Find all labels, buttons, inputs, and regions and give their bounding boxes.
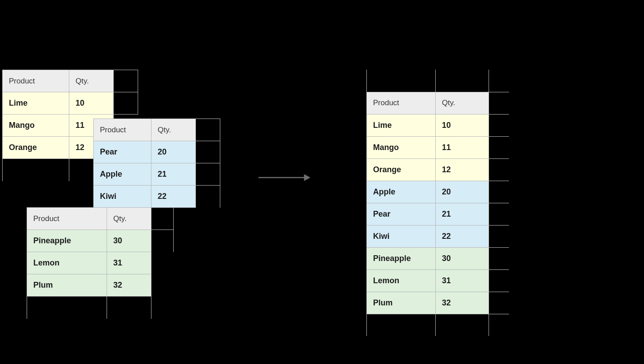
table-row: Pear 20 [94,141,220,163]
table-row: Kiwi 22 [367,225,509,247]
cell-product: Lime [3,92,69,115]
table-row: Apple 21 [94,163,220,186]
extra-grid-cell [489,92,509,114]
cell-product: Lemon [367,269,436,292]
col-header-qty: Qty. [151,119,196,141]
table-row: Orange 12 [367,158,509,181]
extra-grid-cell [196,119,220,141]
cell-product: Pear [94,141,151,163]
cell-product: Kiwi [367,225,436,247]
cell-qty: 31 [436,269,489,292]
table-row: Plum 32 [27,274,151,297]
extra-grid-row [367,314,509,336]
cell-product: Orange [3,137,69,159]
cell-product: Plum [367,292,436,314]
cell-qty: 12 [436,158,489,181]
cell-qty: 31 [107,252,151,274]
table-row: Lime 10 [367,114,509,136]
cell-product: Orange [367,158,436,181]
cell-product: Pineapple [367,247,436,269]
table-row: Lemon 31 [367,269,509,292]
cell-qty: 32 [107,274,151,297]
extra-grid-cell [114,92,138,115]
table-row: Pineapple 30 [367,247,509,269]
cell-qty: 21 [151,163,196,186]
extra-grid-row [367,70,509,92]
cell-qty: 10 [436,114,489,136]
cell-product: Lemon [27,252,107,274]
cell-product: Lime [367,114,436,136]
cell-product: Mango [367,136,436,158]
table-row: Mango 11 [367,136,509,158]
cell-qty: 30 [436,247,489,269]
col-header-qty: Qty. [69,70,114,92]
cell-product: Kiwi [94,186,151,208]
cell-product: Apple [367,181,436,203]
table-row: Lemon 31 [27,252,151,274]
table-header-row: Product Qty. [94,119,220,141]
cell-product: Apple [94,163,151,186]
col-header-product: Product [94,119,151,141]
source-table-2: Product Qty. Pear 20 Apple 21 Kiwi 22 [93,119,220,208]
cell-product: Pear [367,203,436,225]
cell-qty: 22 [436,225,489,247]
cell-qty: 22 [151,186,196,208]
cell-qty: 21 [436,203,489,225]
svg-marker-1 [304,174,310,181]
arrow-right-icon [258,171,311,184]
col-header-qty: Qty. [436,92,489,114]
table-row: Apple 20 [367,181,509,203]
extra-grid-cell [196,141,220,163]
source-table-3: Product Qty. Pineapple 30 Lemon 31 Plum … [27,207,151,319]
extra-grid-cell [114,70,138,92]
table-row: Kiwi 22 [94,186,220,208]
table-header-row: Product Qty. [3,70,138,92]
extra-grid-cell [196,163,220,186]
cell-product: Plum [27,274,107,297]
cell-product: Pineapple [27,230,107,252]
col-header-product: Product [3,70,69,92]
cell-qty: 20 [436,181,489,203]
cell-product: Mango [3,115,69,137]
extra-grid-row [27,297,151,319]
table-header-row: Product Qty. [27,208,151,230]
col-header-qty: Qty. [107,208,151,230]
merged-table: Product Qty. Lime 10 Mango 11 Orange 12 … [366,70,509,336]
cell-qty: 30 [107,230,151,252]
cell-qty: 10 [69,92,114,115]
table-header-row: Product Qty. [367,92,509,114]
table-row: Lime 10 [3,92,138,115]
table-row: Plum 32 [367,292,509,314]
extra-grid [151,207,174,252]
extra-grid-cell [196,186,220,208]
cell-qty: 32 [436,292,489,314]
col-header-product: Product [367,92,436,114]
table-row: Pear 21 [367,203,509,225]
cell-qty: 20 [151,141,196,163]
col-header-product: Product [27,208,107,230]
cell-qty: 11 [436,136,489,158]
table-row: Pineapple 30 [27,230,151,252]
